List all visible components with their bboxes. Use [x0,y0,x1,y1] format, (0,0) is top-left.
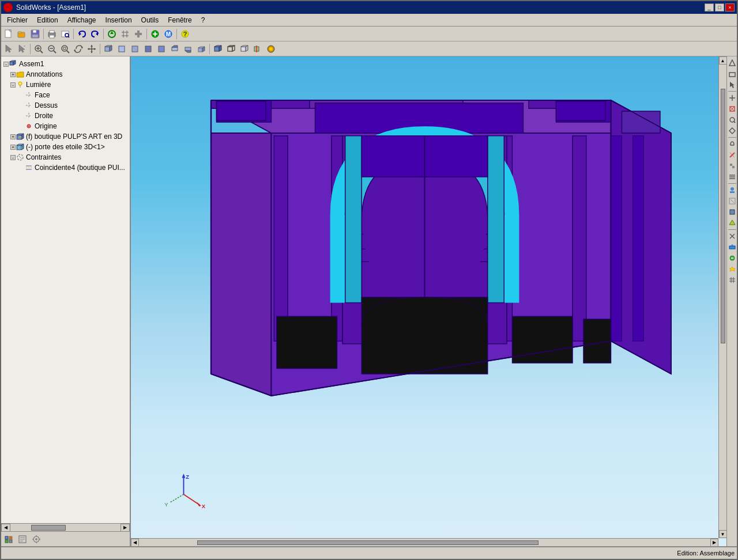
btn-section[interactable] [251,43,264,55]
right-btn-18[interactable] [728,253,737,263]
right-btn-cursor[interactable] [728,80,737,89]
menu-outils[interactable]: Outils [137,15,164,25]
right-btn-10[interactable] [728,161,737,171]
viewport-scroll-down[interactable]: ▼ [719,530,727,538]
btn-undo[interactable] [76,28,88,40]
btn-view-front[interactable] [115,43,128,55]
tree-expand-boutique[interactable]: + [10,134,16,139]
btn-print[interactable] [46,28,58,40]
btn-options[interactable] [132,28,145,40]
btn-zoom-fit[interactable] [59,43,71,55]
right-btn-4[interactable] [728,93,737,103]
minimize-button[interactable]: _ [705,3,714,12]
btn-new[interactable] [2,28,15,40]
tree-expand-porte[interactable]: + [10,145,16,150]
btn-smart-mate[interactable]: M [162,28,175,40]
tree-scrollbar-thumb[interactable] [31,525,66,531]
svg-text:(-): (-) [18,146,22,149]
right-btn-15[interactable] [728,218,737,228]
right-btn-11[interactable] [728,172,737,181]
tree-item-assem1[interactable]: - Assem1 [3,59,127,69]
menu-insertion[interactable]: Insertion [101,15,137,25]
menu-fichier[interactable]: Fichier [2,15,32,25]
viewport-scroll-right[interactable]: ▶ [710,539,718,547]
btn-grid[interactable] [119,28,131,40]
right-btn-17[interactable] [728,243,737,252]
right-btn-7[interactable] [728,126,737,135]
btn-view-right[interactable] [155,43,168,55]
btn-view-top[interactable] [168,43,181,55]
tree-item-boutique[interactable]: + (f) (f) boutique PULP'S ART en 3D [10,131,127,142]
right-btn-9[interactable] [728,150,737,160]
svg-marker-179 [182,474,186,478]
viewport-scroll-left[interactable]: ◀ [131,539,139,547]
right-btn-2[interactable] [728,69,737,78]
right-btn-grid[interactable] [728,275,737,285]
btn-insert-comp[interactable] [149,28,161,40]
btn-view-bottom[interactable] [182,43,194,55]
menu-edition[interactable]: Edition [32,15,63,25]
tree-expand-lumiere[interactable]: - [10,82,16,88]
close-button[interactable]: × [725,3,735,12]
btn-shaded[interactable] [212,43,224,55]
tree-scroll-left[interactable]: ◀ [1,524,10,532]
titlebar-controls: _ □ × [705,3,735,12]
tree-item-lumiere[interactable]: - Lumière [10,80,127,90]
right-btn-6[interactable] [728,115,737,124]
btn-hidden-lines[interactable] [238,43,251,55]
btn-save[interactable] [29,28,42,40]
tree-item-contraintes[interactable]: - Contraintes [10,152,127,162]
btn-wireframe[interactable] [225,43,238,55]
right-btn-14[interactable] [728,207,737,217]
menu-fenetre[interactable]: Fenêtre [163,15,196,25]
right-btn-16[interactable] [728,232,737,241]
svg-rect-63 [185,47,191,51]
btn-view-back[interactable] [129,43,141,55]
svg-rect-65 [198,48,202,52]
right-btn-8[interactable] [728,139,737,149]
tree-expand-annotations[interactable]: + [10,72,16,77]
right-btn-12[interactable] [728,186,737,195]
btn-zoom-out[interactable] [46,43,58,55]
btn-select[interactable] [2,43,15,55]
tree-item-porte[interactable]: + (-) (-) porte des etoile 3D<1> [10,142,127,152]
btn-view-left[interactable] [142,43,155,55]
tree-item-coincidente4[interactable]: Coincidente4 (boutique PUI... [17,162,127,173]
btn-config-manager[interactable] [30,533,43,546]
svg-marker-83 [17,72,24,77]
right-btn-13[interactable] [728,196,737,206]
btn-rotate[interactable] [72,43,85,55]
btn-open[interactable] [16,28,28,40]
tree-item-annotations[interactable]: + Annotations [10,69,127,80]
right-btn-5[interactable] [728,104,737,113]
right-btn-1[interactable] [728,58,737,67]
tree-item-dessus[interactable]: Dessus [17,100,127,111]
maximize-button[interactable]: □ [715,3,724,12]
menu-help[interactable]: ? [197,15,210,25]
btn-pan[interactable] [85,43,98,55]
tree-item-face[interactable]: Face [17,90,127,100]
btn-zoom-in[interactable] [32,43,45,55]
btn-help[interactable]: ? [179,28,191,40]
viewport-scroll-up[interactable]: ▲ [719,56,727,65]
btn-property-manager[interactable] [16,533,29,546]
tree-item-droite[interactable]: Droite [17,111,127,121]
tree-item-origine[interactable]: Origine [17,121,127,131]
btn-view-std[interactable] [102,43,115,55]
btn-preview[interactable] [59,28,71,40]
right-btn-19[interactable] [728,264,737,274]
btn-rebuild[interactable] [106,28,118,40]
btn-view-iso[interactable] [195,43,208,55]
viewport-hscroll-thumb[interactable] [197,540,539,545]
right-sep-4 [728,229,736,230]
btn-appearance[interactable] [265,43,277,55]
tree-expand-contraintes[interactable]: - [10,155,16,160]
3d-viewport[interactable]: Z X Y ◀ ▶ ▲ [131,56,726,546]
btn-feature-manager[interactable] [2,533,15,546]
tree-expand-assem1[interactable]: - [3,62,9,67]
btn-select2[interactable] [16,43,28,55]
btn-redo[interactable] [89,28,101,40]
viewport-vscroll-thumb[interactable] [721,89,725,343]
menu-affichage[interactable]: Affichage [63,15,101,25]
tree-scroll-right[interactable]: ▶ [121,524,130,532]
